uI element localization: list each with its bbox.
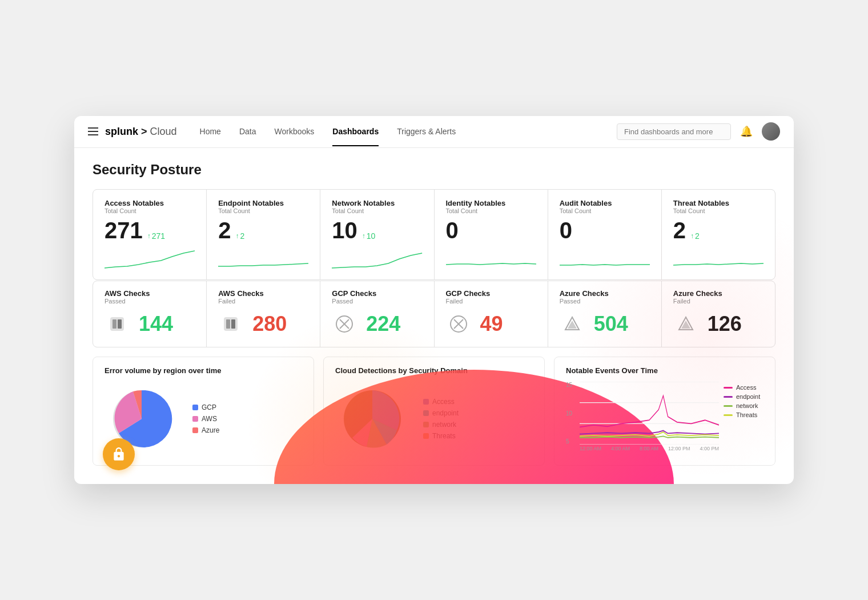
aws-passed-content: 144 — [105, 311, 195, 337]
endpoint-sparkline — [218, 246, 308, 269]
access-notables-value: 271 — [105, 219, 143, 242]
identity-notables-values: 0 — [446, 219, 536, 242]
x-label-noon: 12:00 PM — [668, 446, 690, 451]
hamburger-menu[interactable] — [88, 127, 98, 135]
x-label-midnight: 12:00 AM — [580, 446, 601, 451]
cloud-detections-content: Access endpoint network Threats — [335, 382, 533, 456]
svg-rect-4 — [226, 319, 230, 329]
legend-aws: AWS — [192, 415, 219, 423]
threat-notables-delta: 2 — [690, 231, 700, 241]
svg-marker-15 — [681, 321, 690, 329]
y-axis: 15 10 5 — [566, 382, 577, 445]
nav-workbooks[interactable]: Workbooks — [275, 117, 315, 146]
access-notables-subtitle: Total Count — [105, 207, 195, 214]
identity-notables-card[interactable]: Identity Notables Total Count 0 — [435, 190, 548, 280]
aws-failed-title: AWS Checks — [218, 289, 308, 298]
x-axis: 12:00 AM 4:00 AM 8:00 AM 12:00 PM 4:00 P… — [566, 446, 719, 451]
notable-events-card: Notable Events Over Time 15 10 5 — [554, 357, 775, 466]
notable-legend-access-label: Access — [736, 384, 756, 391]
notable-events-legend: Access endpoint network Threats — [724, 382, 763, 456]
svg-marker-13 — [568, 321, 577, 329]
avatar[interactable] — [762, 122, 780, 141]
network-notables-card[interactable]: Network Notables Total Count 10 10 — [320, 190, 433, 280]
notable-line-threats — [724, 414, 733, 416]
bell-icon[interactable]: 🔔 — [740, 125, 753, 138]
aws-passed-icon — [105, 311, 130, 337]
nav-home[interactable]: Home — [200, 117, 221, 146]
audit-notables-card[interactable]: Audit Notables Total Count 0 — [548, 190, 661, 280]
threat-notables-title: Threat Notables — [673, 199, 763, 208]
nav-triggers[interactable]: Triggers & Alerts — [397, 117, 456, 146]
gcp-passed-card[interactable]: GCP Checks Passed 224 — [320, 281, 433, 347]
y-label-10: 10 — [566, 410, 577, 417]
x-label-4pm: 4:00 PM — [700, 446, 719, 451]
endpoint-notables-title: Endpoint Notables — [218, 199, 308, 208]
threat-notables-subtitle: Total Count — [673, 207, 763, 214]
gcp-passed-title: GCP Checks — [332, 289, 422, 298]
aws-icon-2 — [219, 313, 242, 335]
search-input[interactable] — [617, 123, 731, 140]
gcp-passed-content: 224 — [332, 311, 422, 337]
error-volume-title: Error volume by region over time — [105, 366, 302, 375]
legend-label-azure: Azure — [202, 426, 219, 434]
nav-links: Home Data Workbooks Dashboards Triggers … — [200, 117, 617, 146]
azure-failed-content: 126 — [673, 311, 763, 337]
azure-failed-icon — [673, 311, 698, 337]
browser-window: splunk > Cloud Home Data Workbooks Dashb… — [74, 116, 794, 485]
notable-legend-endpoint-label: endpoint — [736, 393, 760, 400]
aws-passed-card[interactable]: AWS Checks Passed 144 — [93, 281, 206, 347]
gcp-failed-content: 49 — [446, 311, 536, 337]
gcp-passed-value: 224 — [366, 312, 400, 336]
azure-failed-title: Azure Checks — [673, 289, 763, 298]
legend-dot-network — [423, 422, 429, 427]
azure-passed-title: Azure Checks — [560, 289, 650, 298]
endpoint-notables-subtitle: Total Count — [218, 207, 308, 214]
svg-rect-2 — [118, 319, 122, 329]
audit-notables-title: Audit Notables — [560, 199, 650, 208]
legend-label-threats: Threats — [432, 432, 456, 440]
notable-legend-threats-label: Threats — [736, 411, 757, 418]
azure-passed-content: 504 — [560, 311, 650, 337]
notable-legend-network: network — [724, 402, 763, 409]
notable-legend-threats: Threats — [724, 411, 763, 418]
endpoint-notables-card[interactable]: Endpoint Notables Total Count 2 2 — [207, 190, 320, 280]
audit-notables-subtitle: Total Count — [560, 207, 650, 214]
aws-passed-title: AWS Checks — [105, 289, 195, 298]
azure-icon — [561, 313, 584, 335]
y-label-5: 5 — [566, 438, 577, 445]
azure-passed-card[interactable]: Azure Checks Passed 504 — [548, 281, 661, 347]
nav-dashboards[interactable]: Dashboards — [332, 117, 379, 146]
gcp-passed-icon — [332, 311, 357, 337]
azure-passed-icon — [560, 311, 585, 337]
bottom-row: Error volume by region over time — [93, 357, 775, 466]
azure-passed-value: 504 — [594, 312, 628, 336]
gcp-failed-title: GCP Checks — [446, 289, 536, 298]
notable-legend-endpoint: endpoint — [724, 393, 763, 400]
line-chart-wrapper: 15 10 5 — [566, 382, 719, 456]
error-volume-legend: GCP AWS Azure — [192, 403, 219, 434]
nav-data[interactable]: Data — [239, 117, 256, 146]
threat-notables-values: 2 2 — [673, 219, 763, 242]
azure-failed-card[interactable]: Azure Checks Failed 126 — [662, 281, 775, 347]
gcp-failed-card[interactable]: GCP Checks Failed 49 — [435, 281, 548, 347]
gcp-failed-subtitle: Failed — [446, 298, 536, 305]
audit-sparkline — [560, 246, 650, 269]
threat-notables-value: 2 — [673, 219, 686, 242]
threat-notables-card[interactable]: Threat Notables Total Count 2 2 — [662, 190, 775, 280]
lock-button[interactable] — [103, 438, 135, 470]
svg-rect-5 — [231, 319, 235, 329]
legend-gcp: GCP — [192, 403, 219, 411]
azure-failed-value: 126 — [708, 312, 742, 336]
detections-pie-chart — [335, 382, 409, 456]
x-label-8am: 8:00 AM — [640, 446, 658, 451]
endpoint-notables-delta: 2 — [235, 231, 244, 241]
network-sparkline — [332, 246, 422, 269]
legend-label-gcp: GCP — [202, 403, 216, 411]
access-notables-card[interactable]: Access Notables Total Count 271 271 — [93, 190, 206, 280]
y-label-15: 15 — [566, 382, 577, 388]
aws-failed-card[interactable]: AWS Checks Failed 280 — [207, 281, 320, 347]
identity-notables-title: Identity Notables — [446, 199, 536, 208]
cloud-detections-title: Cloud Detections by Security Domain — [335, 366, 533, 375]
legend-azure: Azure — [192, 426, 219, 434]
legend-dot-threats — [423, 433, 429, 439]
